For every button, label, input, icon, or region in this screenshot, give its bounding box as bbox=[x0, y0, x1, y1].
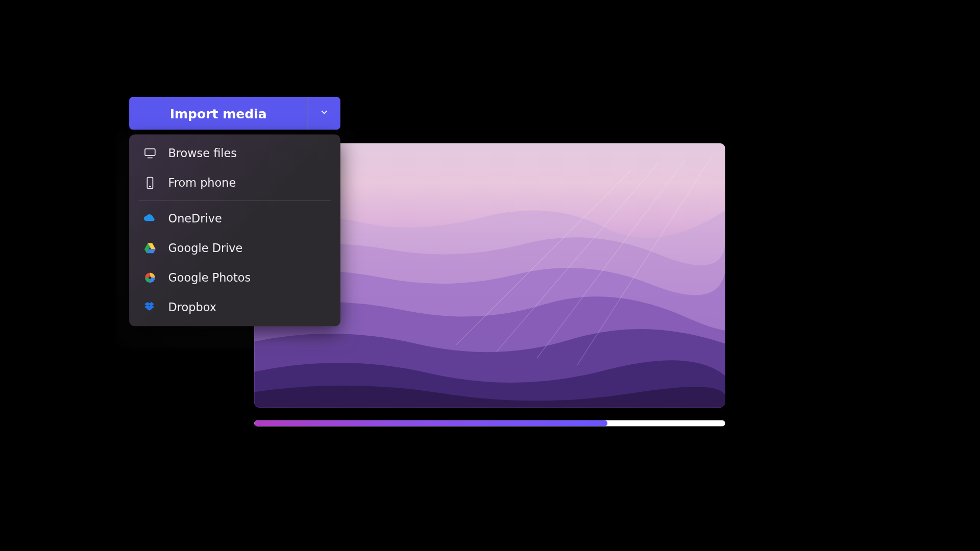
menu-item-label: Browse files bbox=[168, 146, 237, 160]
menu-item-label: Google Photos bbox=[168, 271, 251, 284]
chevron-down-icon bbox=[320, 107, 329, 120]
menu-item-label: Google Drive bbox=[168, 241, 243, 255]
import-media-dropdown-toggle[interactable] bbox=[307, 97, 340, 130]
svg-rect-4 bbox=[145, 149, 155, 156]
menu-item-google-photos[interactable]: Google Photos bbox=[129, 263, 340, 292]
menu-item-browse-files[interactable]: Browse files bbox=[129, 139, 340, 168]
phone-icon bbox=[142, 176, 157, 190]
dropbox-icon bbox=[142, 300, 157, 315]
menu-item-onedrive[interactable]: OneDrive bbox=[129, 204, 340, 233]
menu-item-google-drive[interactable]: Google Drive bbox=[129, 233, 340, 263]
menu-item-from-phone[interactable]: From phone bbox=[129, 168, 340, 198]
menu-item-label: Dropbox bbox=[168, 300, 216, 314]
progress-fill bbox=[254, 420, 607, 427]
import-media-dropdown: Browse files From phone OneDrive bbox=[129, 135, 340, 327]
monitor-icon bbox=[142, 146, 157, 161]
menu-separator bbox=[139, 201, 331, 201]
google-drive-icon bbox=[142, 241, 157, 256]
menu-item-dropbox[interactable]: Dropbox bbox=[129, 292, 340, 322]
import-media-label: Import media bbox=[170, 106, 267, 121]
google-photos-icon bbox=[142, 270, 157, 285]
import-media-button[interactable]: Import media bbox=[129, 97, 307, 130]
menu-item-label: From phone bbox=[168, 176, 236, 189]
import-media-split-button: Import media bbox=[129, 97, 340, 130]
onedrive-icon bbox=[142, 211, 157, 226]
progress-bar[interactable] bbox=[254, 420, 725, 427]
menu-item-label: OneDrive bbox=[168, 212, 222, 225]
svg-point-11 bbox=[149, 277, 151, 279]
